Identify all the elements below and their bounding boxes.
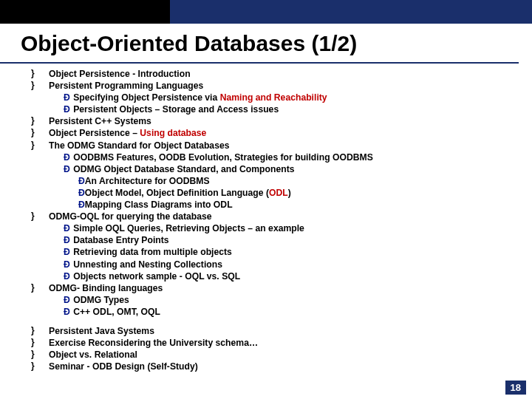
arrow-icon: Ð: [64, 223, 70, 233]
sub-text: Unnesting and Nesting Collections: [71, 259, 222, 270]
bullet-text: Persistent Java Systems: [49, 326, 154, 336]
arrow-icon: Ð: [64, 295, 70, 305]
sub-text: Database Entry Points: [71, 235, 169, 245]
arrow-icon: Ð: [64, 104, 70, 115]
arrow-icon: Ð: [64, 247, 70, 257]
arrow-icon: Ð: [64, 92, 70, 103]
slide-content: Object Persistence - Introduction Persis…: [0, 68, 532, 372]
bullet-text: The ODMG Standard for Object Databases: [49, 140, 229, 151]
sub-item: Ð Specifying Object Persistence via Nami…: [31, 92, 519, 103]
bullet-text: Object Persistence - Introduction: [49, 69, 191, 79]
sub-text: ODMG Object Database Standard, and Compo…: [71, 164, 295, 174]
sub-item: Ð C++ ODL, OMT, OQL: [31, 306, 519, 318]
bullet-item: Object Persistence – Using database: [31, 127, 519, 139]
sub-item: Ð OODBMS Features, OODB Evolution, Strat…: [31, 151, 519, 163]
bullet-text: Object Persistence – Using database: [49, 128, 206, 138]
page-number: 18: [505, 381, 526, 395]
sub-item: Ð Database Entry Points: [31, 234, 519, 246]
arrow-icon: Ð: [78, 188, 85, 198]
bullet-text: ODMG-OQL for querying the database: [49, 211, 212, 222]
sub-item: Ð Persistent Objects – Storage and Acces…: [31, 103, 519, 115]
bullet-item: ODMG- Binding languages: [31, 282, 519, 294]
sub2-item: ÐAn Architecture for OODBMS: [31, 175, 519, 187]
sub2-text: Object Model, Object Definition Language…: [85, 188, 291, 198]
sub-text: ODMG Types: [71, 295, 129, 305]
sub-item: Ð ODMG Object Database Standard, and Com…: [31, 163, 519, 175]
slide-title: Object-Oriented Databases (1/2): [0, 24, 519, 64]
sub-item: Ð Unnesting and Nesting Collections: [31, 259, 519, 270]
arrow-icon: Ð: [78, 200, 85, 210]
arrow-icon: Ð: [64, 271, 70, 282]
header-bar: [0, 0, 532, 24]
sub-text: Simple OQL Queries, Retrieving Objects –…: [71, 223, 304, 233]
sub2-item: ÐMapping Class Diagrams into ODL: [31, 199, 519, 211]
bullet-text: ODMG- Binding languages: [49, 283, 163, 293]
arrow-icon: Ð: [78, 176, 85, 186]
sub-text: OODBMS Features, OODB Evolution, Strateg…: [71, 152, 373, 163]
sub2-text: An Architecture for OODBMS: [85, 176, 210, 186]
sub-text: Specifying Object Persistence via: [71, 92, 220, 103]
sub2-text: Mapping Class Diagrams into ODL: [85, 200, 233, 210]
bullet-item: Persistent Java Systems: [31, 325, 519, 337]
bullet-text: Seminar - ODB Design (Self-Study): [49, 361, 198, 372]
bullet-item: ODMG-OQL for querying the database: [31, 211, 519, 222]
sub-item: Ð Simple OQL Queries, Retrieving Objects…: [31, 222, 519, 234]
bullet-text: Object vs. Relational: [49, 349, 137, 360]
bullet-item: Object vs. Relational: [31, 349, 519, 361]
sub-text: C++ ODL, OMT, OQL: [71, 307, 160, 317]
arrow-icon: Ð: [64, 152, 70, 163]
header-bar-accent: [0, 0, 170, 24]
bullet-item: Exercise Reconsidering the University sc…: [31, 337, 519, 349]
bullet-item: The ODMG Standard for Object Databases: [31, 140, 519, 151]
sub-text-red: Naming and Reachability: [220, 92, 327, 103]
bullet-text: Exercise Reconsidering the University sc…: [49, 338, 258, 348]
bullet-text: Persistent Programming Languages: [49, 81, 203, 91]
bullet-item: Seminar - ODB Design (Self-Study): [31, 361, 519, 372]
sub-item: Ð ODMG Types: [31, 294, 519, 306]
arrow-icon: Ð: [64, 235, 70, 245]
sub-text: Retrieving data from multiple objects: [71, 247, 232, 257]
sub-item: Ð Objects network sample - OQL vs. SQL: [31, 270, 519, 282]
bullet-item: Persistent Programming Languages: [31, 80, 519, 92]
sub2-item: ÐObject Model, Object Definition Languag…: [31, 187, 519, 199]
bullet-item: Object Persistence - Introduction: [31, 68, 519, 80]
arrow-icon: Ð: [64, 307, 70, 317]
sub-text: Objects network sample - OQL vs. SQL: [71, 271, 240, 282]
sub-item: Ð Retrieving data from multiple objects: [31, 246, 519, 258]
arrow-icon: Ð: [64, 164, 70, 174]
bullet-item: Persistent C++ Systems: [31, 115, 519, 127]
arrow-icon: Ð: [64, 259, 70, 270]
bullet-text: Persistent C++ Systems: [49, 116, 151, 126]
sub-text: Persistent Objects – Storage and Access …: [71, 104, 279, 115]
